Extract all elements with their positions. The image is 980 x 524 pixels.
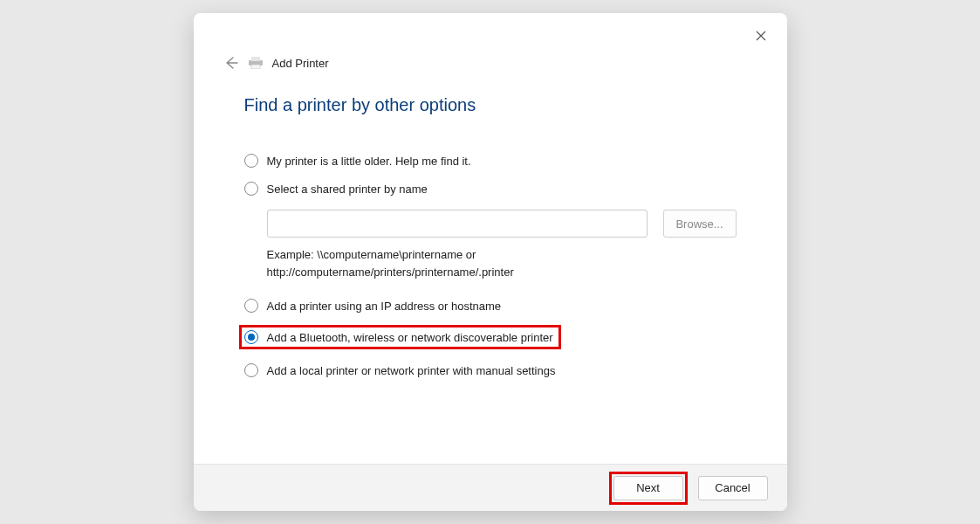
dialog-header: Add Printer	[194, 13, 787, 71]
close-button[interactable]	[750, 25, 771, 46]
back-arrow-icon	[224, 56, 238, 70]
add-printer-dialog: Add Printer Find a printer by other opti…	[194, 13, 787, 511]
shared-input-row: Browse...	[267, 210, 737, 238]
shared-printer-block: Browse... Example: \\computername\printe…	[267, 210, 737, 281]
example-line-2: http://computername/printers/printername…	[267, 265, 514, 279]
option-label: Add a local printer or network printer w…	[267, 364, 556, 377]
svg-rect-1	[251, 57, 260, 61]
svg-rect-2	[251, 65, 260, 69]
option-label: Select a shared printer by name	[267, 183, 428, 196]
close-icon	[756, 31, 766, 41]
option-label: Add a printer using an IP address or hos…	[267, 300, 502, 313]
example-text: Example: \\computername\printername or h…	[267, 246, 642, 281]
dialog-footer: Next Cancel	[194, 464, 787, 511]
radio-icon	[244, 363, 258, 377]
cancel-button[interactable]: Cancel	[698, 476, 768, 500]
radio-icon	[244, 299, 258, 313]
option-bluetooth[interactable]: Add a Bluetooth, wireless or network dis…	[239, 325, 561, 349]
shared-name-input[interactable]	[267, 210, 648, 238]
radio-icon	[244, 182, 258, 196]
radio-icon	[244, 330, 258, 344]
options-area: My printer is a little older. Help me fi…	[194, 115, 787, 464]
option-manual[interactable]: Add a local printer or network printer w…	[244, 363, 737, 377]
printer-icon	[248, 57, 264, 69]
browse-button[interactable]: Browse...	[663, 210, 737, 238]
radio-icon	[244, 154, 258, 168]
next-button[interactable]: Next	[613, 476, 683, 500]
option-older-printer[interactable]: My printer is a little older. Help me fi…	[244, 154, 737, 168]
dialog-title: Add Printer	[272, 57, 329, 70]
option-label: My printer is a little older. Help me fi…	[267, 155, 471, 168]
option-shared-printer[interactable]: Select a shared printer by name	[244, 182, 737, 196]
option-label: Add a Bluetooth, wireless or network dis…	[267, 331, 553, 344]
option-tcpip[interactable]: Add a printer using an IP address or hos…	[244, 299, 737, 313]
page-title: Find a printer by other options	[194, 71, 787, 115]
back-button[interactable]	[223, 55, 239, 71]
example-line-1: Example: \\computername\printername or	[267, 248, 476, 261]
next-button-highlight: Next	[609, 472, 688, 505]
